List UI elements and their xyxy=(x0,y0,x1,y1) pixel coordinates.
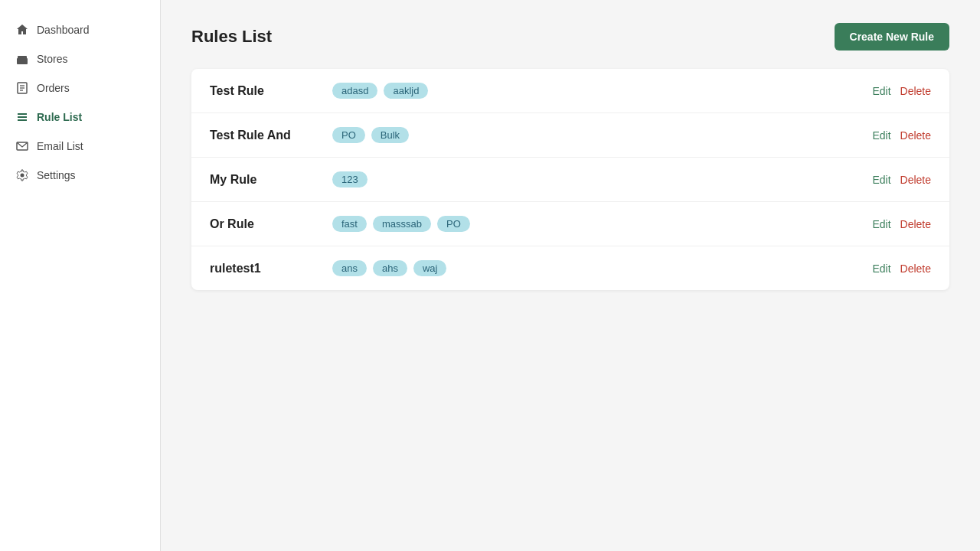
rule-tags: 123 xyxy=(332,171,872,187)
tag-badge: ahs xyxy=(373,260,407,276)
rule-actions: EditDelete xyxy=(872,129,931,142)
rule-name: Test Rule And xyxy=(210,129,332,142)
email-icon xyxy=(15,139,29,153)
sidebar-item-settings[interactable]: Settings xyxy=(0,161,160,190)
edit-button[interactable]: Edit xyxy=(872,85,890,97)
tag-badge: PO xyxy=(437,216,470,232)
sidebar: Dashboard Stores Orders xyxy=(0,0,161,551)
rule-tags: fastmasssabPO xyxy=(332,216,872,232)
edit-button[interactable]: Edit xyxy=(872,129,890,142)
svg-rect-1 xyxy=(20,60,24,64)
rule-actions: EditDelete xyxy=(872,218,931,230)
delete-button[interactable]: Delete xyxy=(900,129,931,142)
rule-name: ruletest1 xyxy=(210,262,332,276)
rule-actions: EditDelete xyxy=(872,262,931,275)
page-header: Rules List Create New Rule xyxy=(191,23,949,51)
svg-rect-6 xyxy=(18,113,27,115)
sidebar-item-dashboard[interactable]: Dashboard xyxy=(0,15,160,44)
delete-button[interactable]: Delete xyxy=(900,262,931,275)
sidebar-label-orders: Orders xyxy=(37,82,70,94)
rule-tags: ansahswaj xyxy=(332,260,872,276)
sidebar-item-orders[interactable]: Orders xyxy=(0,73,160,103)
table-row: Or RulefastmasssabPOEditDelete xyxy=(191,202,949,246)
main-content: Rules List Create New Rule Test Ruleadas… xyxy=(161,0,980,551)
sidebar-label-email-list: Email List xyxy=(37,140,83,152)
tag-badge: adasd xyxy=(332,83,377,99)
tag-badge: fast xyxy=(332,216,367,232)
table-row: My Rule123EditDelete xyxy=(191,158,949,202)
sidebar-item-stores[interactable]: Stores xyxy=(0,44,160,73)
rule-name: My Rule xyxy=(210,173,332,187)
rule-actions: EditDelete xyxy=(872,85,931,97)
create-new-rule-button[interactable]: Create New Rule xyxy=(835,23,949,51)
tag-badge: Bulk xyxy=(371,127,409,143)
table-row: Test Rule AndPOBulkEditDelete xyxy=(191,113,949,158)
sidebar-label-stores: Stores xyxy=(37,53,67,65)
rule-actions: EditDelete xyxy=(872,174,931,186)
edit-button[interactable]: Edit xyxy=(872,262,890,275)
rule-tags: adasdaakljd xyxy=(332,83,872,99)
table-row: ruletest1ansahswajEditDelete xyxy=(191,246,949,290)
tag-badge: PO xyxy=(332,127,365,143)
sidebar-label-dashboard: Dashboard xyxy=(37,24,90,36)
orders-icon xyxy=(15,81,29,95)
sidebar-item-rule-list[interactable]: Rule List xyxy=(0,103,160,132)
rule-name: Test Rule xyxy=(210,84,332,98)
page-title: Rules List xyxy=(191,27,272,47)
delete-button[interactable]: Delete xyxy=(900,218,931,230)
rule-tags: POBulk xyxy=(332,127,872,143)
tag-badge: ans xyxy=(332,260,367,276)
table-row: Test RuleadasdaakljdEditDelete xyxy=(191,69,949,113)
rule-name: Or Rule xyxy=(210,217,332,231)
sidebar-item-email-list[interactable]: Email List xyxy=(0,132,160,161)
sidebar-label-rule-list: Rule List xyxy=(37,111,82,123)
tag-badge: 123 xyxy=(332,171,368,187)
gear-icon xyxy=(15,168,29,182)
home-icon xyxy=(15,23,29,37)
tag-badge: waj xyxy=(413,260,447,276)
delete-button[interactable]: Delete xyxy=(900,85,931,97)
tag-badge: masssab xyxy=(373,216,431,232)
sidebar-label-settings: Settings xyxy=(37,169,76,181)
svg-rect-7 xyxy=(18,116,27,118)
edit-button[interactable]: Edit xyxy=(872,218,890,230)
list-icon xyxy=(15,110,29,124)
edit-button[interactable]: Edit xyxy=(872,174,890,186)
svg-rect-8 xyxy=(18,119,27,121)
store-icon xyxy=(15,52,29,66)
rules-list: Test RuleadasdaakljdEditDeleteTest Rule … xyxy=(191,69,949,290)
tag-badge: aakljd xyxy=(384,83,428,99)
delete-button[interactable]: Delete xyxy=(900,174,931,186)
